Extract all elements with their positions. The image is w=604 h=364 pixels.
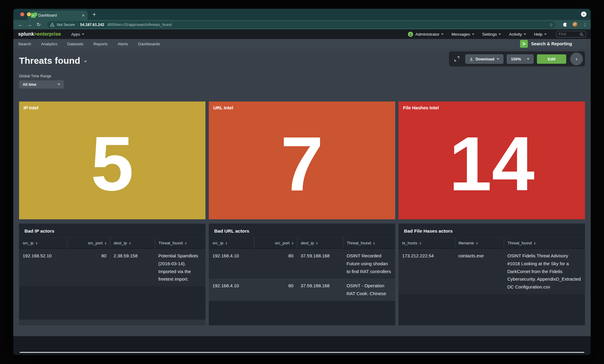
browser-tab-strip: > Dashboard × + ▾ — [13, 9, 591, 20]
extensions-icon[interactable] — [563, 22, 567, 27]
table-row[interactable]: 192.168.4.108037.59.188.168OSINT - Opera… — [209, 279, 395, 301]
column-header-threat_found[interactable]: Threat_found▴▾ — [343, 238, 395, 249]
find-input[interactable] — [559, 32, 580, 36]
table-cell[interactable]: 37.59.188.168 — [297, 279, 343, 301]
table-cell[interactable]: Potential SpamBots (2016-03-14). Importe… — [155, 249, 205, 287]
profile-avatar[interactable] — [572, 22, 578, 27]
table-cell[interactable]: OSINT Recorded Future using shodan to fi… — [343, 249, 395, 279]
nav-item-datasets[interactable]: Datasets — [67, 42, 83, 46]
table-cell[interactable]: 2.38.59.158 — [110, 249, 155, 287]
sort-icon[interactable]: ▴▾ — [185, 242, 186, 245]
sort-icon[interactable]: ▴▾ — [316, 242, 318, 245]
menu-activity[interactable]: Activity — [509, 32, 526, 37]
column-header-src_ip[interactable]: src_ip▴▾ — [19, 238, 67, 249]
table-cell[interactable]: 192.168.52.10 — [19, 249, 67, 287]
minimize-window-button[interactable] — [27, 12, 31, 16]
menu-help[interactable]: Help — [534, 32, 547, 37]
bookmark-star-icon[interactable]: ☆ — [549, 22, 553, 27]
close-tab-icon[interactable]: × — [82, 13, 85, 18]
sort-icon[interactable]: ▴▾ — [226, 242, 227, 245]
reload-icon[interactable]: ↻ — [35, 22, 42, 27]
divider — [77, 23, 78, 27]
column-header-filename[interactable]: filename▴▾ — [455, 238, 504, 249]
column-header-threat_found[interactable]: Threat_found▴▾ — [155, 238, 205, 249]
browser-menu-icon[interactable]: ⋮ — [583, 22, 587, 27]
apps-menu[interactable]: Apps — [71, 32, 85, 37]
table-cell[interactable]: 80 — [254, 249, 297, 279]
column-header-tx_hosts[interactable]: tx_hosts▴▾ — [399, 238, 455, 249]
zoom-level-dropdown[interactable]: 150% — [507, 54, 534, 64]
table-cell[interactable]: 80 — [254, 279, 297, 301]
table-row[interactable]: 192.168.4.108037.59.188.168OSINT Recorde… — [209, 249, 395, 279]
column-header-threat_found[interactable]: Threat_found▴▾ — [504, 238, 585, 249]
time-range-dropdown[interactable]: All time — [19, 80, 64, 89]
single-value-tiles: IP Intel 5 URL Intel 7 File Hashes Intel… — [19, 101, 585, 219]
column-header-dest_ip[interactable]: dest_ip▴▾ — [297, 238, 343, 249]
column-header-src_ip[interactable]: src_ip▴▾ — [209, 238, 254, 249]
close-window-button[interactable] — [20, 12, 24, 16]
sort-icon[interactable]: ▴▾ — [105, 242, 106, 245]
table-cell[interactable]: OSINT Fidelis Threat Advisory #1018 Look… — [504, 249, 585, 294]
address-bar[interactable]: Not Secure 54.187.61.242:8000/en-US/app/… — [47, 21, 556, 28]
maximize-window-button[interactable] — [34, 12, 37, 16]
download-button[interactable]: Download — [465, 54, 503, 64]
tile-value: 7 — [213, 111, 391, 216]
table-cell[interactable]: 173.212.222.54 — [399, 249, 455, 294]
sort-icon[interactable]: ▴▾ — [292, 242, 293, 245]
caret-down-icon — [58, 84, 60, 85]
caret-down-icon — [524, 34, 526, 35]
sort-icon[interactable]: ▴▾ — [476, 242, 478, 245]
nav-item-dashboards[interactable]: Dashboards — [138, 42, 160, 46]
menu-settings[interactable]: Settings — [482, 32, 501, 37]
tile-file-hashes-intel[interactable]: File Hashes Intel 14 — [399, 101, 585, 219]
nav-item-search[interactable]: Search — [18, 42, 31, 46]
back-icon[interactable]: ← — [17, 22, 24, 27]
menu-messages[interactable]: Messages — [451, 32, 474, 37]
table-cell[interactable]: 192.168.4.10 — [209, 249, 254, 279]
tile-ip-intel[interactable]: IP Intel 5 — [19, 101, 205, 219]
browser-window: > Dashboard × + ▾ ← → ↻ Not Secure 54.18… — [13, 9, 591, 355]
sort-icon[interactable]: ▴▾ — [36, 242, 37, 245]
nav-item-analytics[interactable]: Analytics — [41, 42, 57, 46]
splunk-logo[interactable]: splunk>enterprise — [18, 31, 61, 37]
table-bad-url-actors: Bad URL actors src_ip▴▾src_port▴▾dest_ip… — [209, 224, 395, 325]
sort-icon[interactable]: ▴▾ — [373, 242, 375, 245]
warning-icon — [50, 23, 54, 27]
new-tab-button[interactable]: + — [92, 11, 96, 18]
tile-url-intel[interactable]: URL Intel 7 — [209, 101, 395, 219]
horizontal-scrollbar[interactable] — [20, 352, 584, 353]
caret-down-icon — [441, 34, 444, 35]
find-searchbox[interactable] — [556, 31, 586, 37]
table-title: Bad URL actors — [209, 224, 395, 237]
sort-icon[interactable]: ▴▾ — [129, 242, 131, 245]
table-title: Bad IP actors — [19, 224, 205, 237]
column-header-src_port[interactable]: src_port▴▾ — [67, 238, 110, 249]
table-row[interactable]: 192.168.52.10802.38.59.158Potential Spam… — [19, 249, 205, 287]
actor-tables: Bad IP actors src_ip▴▾src_port▴▾dest_ip▴… — [19, 224, 585, 325]
table-cell[interactable]: OSINT - Operation RAT Cook: Chinese — [343, 279, 395, 301]
nav-item-reports[interactable]: Reports — [93, 42, 108, 46]
chevron-right-button[interactable]: › — [570, 53, 583, 65]
sort-icon[interactable]: ▴▾ — [534, 242, 535, 245]
forward-icon[interactable]: → — [26, 22, 33, 27]
search-reporting-logo: > — [520, 40, 528, 48]
table-cell[interactable]: 80 — [67, 249, 110, 287]
column-header-src_port[interactable]: src_port▴▾ — [254, 238, 297, 249]
caret-down-icon — [527, 58, 529, 60]
fullscreen-button[interactable] — [452, 54, 462, 64]
caret-down-icon — [499, 34, 501, 35]
tab-search-button[interactable]: ▾ — [581, 11, 586, 17]
table-cell[interactable]: 37.59.188.168 — [297, 249, 343, 279]
edit-button[interactable]: Edit — [537, 54, 566, 64]
sort-icon[interactable]: ▴▾ — [420, 242, 421, 245]
url-host: 54.187.61.242 — [80, 23, 104, 27]
column-header-dest_ip[interactable]: dest_ip▴▾ — [110, 238, 155, 249]
download-icon — [470, 57, 473, 61]
title-caret-down-icon[interactable] — [84, 61, 87, 63]
table-bad-file-hashes-actors: Bad File Hases actors tx_hosts▴▾filename… — [399, 224, 585, 325]
user-menu[interactable]: Administrator — [408, 32, 444, 37]
table-cell[interactable]: contacts.exe — [455, 249, 504, 294]
nav-item-alerts[interactable]: Alerts — [118, 42, 128, 46]
table-row[interactable]: 173.212.222.54contacts.exeOSINT Fidelis … — [399, 249, 585, 294]
table-cell[interactable]: 192.168.4.10 — [209, 279, 254, 301]
